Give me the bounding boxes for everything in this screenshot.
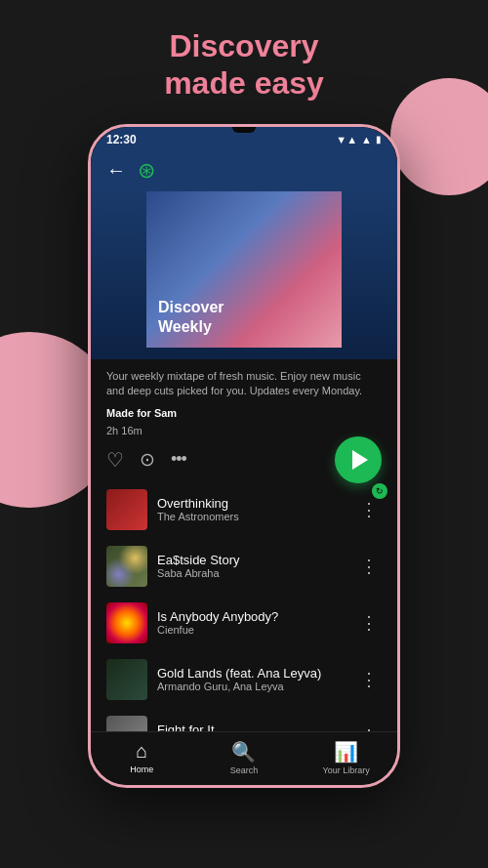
track-item[interactable]: Ea$tside Story Saba Abraha ⋮ [91, 538, 397, 595]
nav-library-label: Your Library [323, 765, 370, 775]
track-more-3[interactable]: ⋮ [356, 612, 382, 634]
track-thumbnail-3 [106, 602, 147, 643]
album-title-line2: Weekly [158, 318, 212, 335]
track-artist-4: Armando Guru, Ana Leyva [157, 681, 346, 692]
album-title-line1: Discover [158, 299, 224, 315]
wifi-icon: ▼▲ [336, 134, 357, 145]
track-info-5: Fight for It Brave Holiday [157, 723, 346, 731]
track-item[interactable]: Overthinking The Astronomers ⋮ [91, 481, 397, 538]
album-title: Discover Weekly [158, 298, 224, 335]
made-for: Made for Sam [91, 403, 397, 423]
library-icon: 📊 [334, 740, 358, 764]
track-artist-2: Saba Abraha [157, 567, 346, 579]
bottom-nav: ⌂ Home 🔍 Search 📊 Your Library [91, 731, 397, 785]
headline-line1: Discovery [170, 28, 319, 63]
album-art: Discover Weekly [146, 191, 342, 348]
heart-button[interactable]: ♡ [106, 448, 124, 472]
download-button[interactable]: ⊙ [140, 448, 155, 471]
made-for-user: Sam [154, 407, 177, 419]
track-title-2: Ea$tside Story [157, 553, 346, 567]
track-info-3: Is Anybody Anybody? Cienfue [157, 609, 346, 636]
track-thumbnail-5 [106, 716, 147, 731]
nav-home-label: Home [130, 765, 153, 774]
made-for-label: Made for [106, 407, 151, 419]
top-nav: ← ⊛ [91, 150, 397, 191]
album-art-background: Discover Weekly [146, 191, 342, 348]
nav-search[interactable]: 🔍 Search [215, 740, 273, 775]
album-description: Your weekly mixtape of fresh music. Enjo… [91, 359, 397, 403]
search-icon: 🔍 [231, 740, 256, 764]
track-more-4[interactable]: ⋮ [356, 669, 382, 690]
album-section: Discover Weekly [91, 191, 397, 359]
track-info-4: Gold Lands (feat. Ana Leyva) Armando Gur… [157, 666, 346, 692]
status-icons: ▼▲ ▲ ▮ [336, 134, 382, 145]
phone-screen: 12:30 ▼▲ ▲ ▮ ← ⊛ Discover Weekl [91, 127, 397, 785]
track-title-4: Gold Lands (feat. Ana Leyva) [157, 666, 346, 681]
track-item[interactable]: Is Anybody Anybody? Cienfue ⋮ [91, 595, 397, 651]
status-time: 12:30 [106, 133, 137, 146]
track-info-1: Overthinking The Astronomers [157, 496, 346, 522]
headline-line2: made easy [164, 65, 324, 101]
track-thumbnail-4 [106, 659, 147, 700]
track-artist-3: Cienfue [157, 624, 346, 636]
battery-icon: ▮ [376, 134, 382, 145]
track-artist-1: The Astronomers [157, 511, 346, 522]
nav-search-label: Search [230, 765, 259, 775]
back-button[interactable]: ← [106, 159, 126, 182]
page-headline: Discovery made easy [164, 27, 324, 103]
phone-frame: 12:30 ▼▲ ▲ ▮ ← ⊛ Discover Weekl [88, 124, 400, 788]
track-title-5: Fight for It [157, 723, 346, 731]
track-thumbnail-2 [106, 546, 147, 587]
shuffle-badge[interactable] [372, 483, 387, 499]
track-list: Overthinking The Astronomers ⋮ Ea$tside … [91, 477, 397, 731]
play-button[interactable] [335, 436, 382, 483]
controls-row: ♡ ⊙ ••• [91, 442, 397, 477]
signal-icon: ▲ [361, 134, 372, 145]
home-icon: ⌂ [136, 740, 147, 763]
track-more-1[interactable]: ⋮ [356, 499, 382, 520]
nav-library[interactable]: 📊 Your Library [317, 740, 376, 775]
page-wrapper: Discovery made easy 12:30 ▼▲ ▲ ▮ ← ⊛ [0, 0, 488, 868]
track-more-2[interactable]: ⋮ [356, 556, 382, 577]
spotify-logo-icon: ⊛ [138, 158, 155, 184]
track-thumbnail-1 [106, 489, 147, 530]
track-title-1: Overthinking [157, 496, 346, 511]
track-item[interactable]: Fight for It Brave Holiday ⋮ [91, 708, 397, 731]
track-title-3: Is Anybody Anybody? [157, 609, 346, 624]
nav-home[interactable]: ⌂ Home [112, 740, 171, 774]
more-options-button[interactable]: ••• [171, 449, 186, 470]
content-area[interactable]: Your weekly mixtape of fresh music. Enjo… [91, 359, 397, 731]
phone-notch [232, 127, 256, 133]
track-info-2: Ea$tside Story Saba Abraha [157, 553, 346, 579]
track-item[interactable]: Gold Lands (feat. Ana Leyva) Armando Gur… [91, 651, 397, 708]
